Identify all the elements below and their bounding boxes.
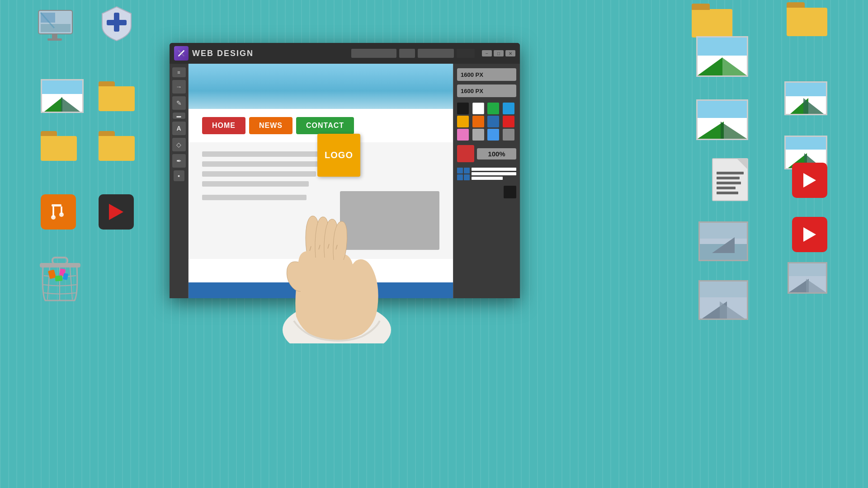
folder-left-2[interactable]	[41, 131, 77, 161]
swatch-red[interactable]	[503, 116, 514, 127]
content-line-1	[202, 151, 333, 157]
svg-rect-4	[52, 34, 57, 38]
right-panel: 1600 PX 1600 PX 100%	[453, 64, 520, 298]
image-thumb-right-2	[784, 81, 827, 115]
svg-line-16	[70, 267, 72, 300]
minimize-button[interactable]: −	[482, 50, 492, 56]
swatch-green[interactable]	[487, 103, 499, 114]
app-icon	[174, 46, 189, 61]
folder-top-right-1[interactable]	[692, 4, 732, 38]
zoom-row: 100%	[457, 145, 516, 162]
tool-square-small[interactable]: ▪	[174, 170, 184, 181]
color-red-active[interactable]	[457, 145, 474, 162]
site-header-bg	[189, 64, 453, 109]
tool-rect[interactable]: ▬	[173, 113, 185, 119]
nav-news-btn[interactable]: NEWS	[249, 117, 292, 134]
blue-grid-icon	[457, 168, 470, 180]
svg-rect-21	[55, 275, 63, 281]
image-thumb-right-7	[698, 280, 748, 320]
swatch-orange[interactable]	[472, 116, 484, 127]
swatch-blue[interactable]	[503, 103, 514, 114]
swatch-white[interactable]	[472, 103, 484, 114]
svg-rect-3	[41, 24, 71, 32]
svg-rect-18	[52, 258, 67, 264]
music-app-icon[interactable]	[41, 194, 76, 230]
title-bar: WEB DESIGN − □ ✕	[170, 43, 520, 64]
video-app-icon-left[interactable]	[99, 194, 134, 230]
maximize-button[interactable]: □	[494, 50, 504, 56]
zoom-display: 100%	[477, 148, 516, 160]
swatch-dark-gray[interactable]	[503, 129, 514, 141]
toolbar-input-2[interactable]	[399, 49, 415, 58]
monitor-icon	[36, 8, 77, 44]
swatch-light-blue[interactable]	[487, 129, 499, 141]
tool-hamburger[interactable]: ≡	[172, 67, 186, 77]
toolbar-input-1[interactable]	[351, 49, 396, 58]
svg-point-13	[59, 212, 64, 217]
svg-rect-9	[52, 204, 61, 206]
widget-area	[457, 168, 516, 180]
toolbar-inputs	[351, 49, 475, 58]
image-thumb-right-1	[696, 36, 748, 77]
image-thumb-right-6	[788, 262, 827, 294]
nav-home-btn[interactable]: HOME	[202, 117, 245, 134]
document-icon-right	[712, 158, 748, 201]
svg-rect-8	[107, 20, 127, 25]
hand-holding-logo	[258, 172, 416, 343]
swatch-dark-blue[interactable]	[487, 116, 499, 127]
swatch-black[interactable]	[457, 103, 469, 114]
toolbar-input-4[interactable]	[457, 49, 475, 58]
nav-contact-btn[interactable]: CONTACT	[296, 117, 354, 134]
swatch-orange-yellow[interactable]	[457, 116, 469, 127]
tools-panel: ≡ → ✎ ▬ A ◇ ✒ ▪	[170, 64, 189, 298]
video-icon-right-2[interactable]	[792, 163, 827, 198]
svg-point-11	[51, 215, 56, 220]
tool-text[interactable]: A	[172, 122, 186, 135]
toolbar-input-3[interactable]	[418, 49, 454, 58]
svg-rect-5	[47, 38, 62, 41]
tool-pencil[interactable]: ✎	[172, 96, 186, 110]
recycle-bin-icon[interactable]	[36, 253, 84, 305]
close-button[interactable]: ✕	[505, 50, 515, 56]
tool-brush[interactable]: ✒	[172, 154, 186, 168]
dim-width-input[interactable]: 1600 PX	[457, 68, 516, 81]
window-controls: − □ ✕	[482, 50, 515, 56]
dark-square-widget	[504, 186, 516, 198]
shield-icon	[99, 5, 135, 43]
tool-diamond[interactable]: ◇	[172, 138, 186, 151]
swatch-gray[interactable]	[472, 129, 484, 141]
image-thumb-right-5	[698, 221, 748, 261]
window-title: WEB DESIGN	[192, 49, 348, 58]
folder-left-1[interactable]	[99, 81, 135, 111]
image-thumb-right-3	[696, 99, 748, 140]
swatch-pink[interactable]	[457, 129, 469, 141]
content-line-2	[202, 161, 321, 167]
video-app-icon-right[interactable]	[792, 217, 827, 252]
tool-select[interactable]: →	[172, 80, 186, 94]
svg-rect-2	[57, 13, 71, 23]
image-thumb-left-1	[41, 79, 84, 113]
folder-left-3[interactable]	[99, 131, 135, 161]
dim-height-input[interactable]: 1600 PX	[457, 84, 516, 97]
folder-top-right-2[interactable]	[787, 2, 827, 36]
text-lines-widget	[472, 168, 516, 180]
color-palette	[457, 103, 516, 141]
logo-sticky-note[interactable]: LOGO	[317, 134, 360, 177]
